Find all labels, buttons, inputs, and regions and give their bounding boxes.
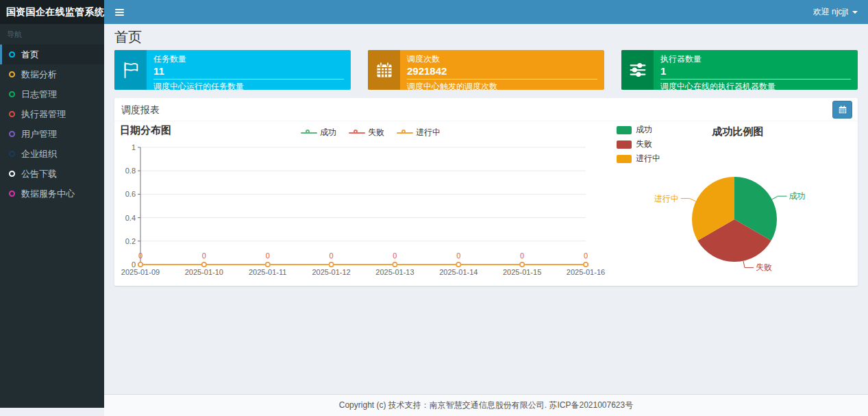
- stat-desc: 调度中心在线的执行器机器数量: [660, 81, 851, 90]
- svg-text:2025-01-13: 2025-01-13: [375, 268, 414, 276]
- charts-area: 日期分布图 成功失败进行中 00.20.40.60.812025-01-0920…: [114, 121, 858, 284]
- svg-text:0: 0: [266, 252, 270, 260]
- stat-body: 调度次数2921842调度中心触发的调度次数: [400, 50, 604, 90]
- legend-item[interactable]: 成功: [617, 124, 660, 136]
- circle-icon: [9, 171, 15, 177]
- circle-icon: [9, 51, 15, 58]
- copyright-text: Copyright (c) 技术支持：南京智慧交通信息股份有限公司. 苏ICP备…: [339, 400, 633, 410]
- sidebar-item-label: 数据分析: [21, 69, 57, 79]
- page-title: 首页: [114, 29, 858, 45]
- legend-label: 失败: [368, 127, 384, 138]
- line-chart: 00.20.40.60.812025-01-092025-01-102025-0…: [120, 139, 620, 280]
- circle-icon: [9, 131, 15, 137]
- sidebar-item-notice-download[interactable]: 公告下载: [0, 164, 104, 184]
- svg-text:0: 0: [584, 252, 588, 260]
- svg-text:1: 1: [132, 143, 136, 151]
- sidebar-item-label: 公告下载: [21, 169, 57, 179]
- stat-label: 执行器数量: [660, 53, 851, 65]
- circle-icon: [9, 151, 15, 157]
- pie-chart: 成功失败进行中: [625, 157, 851, 280]
- sidebar-item-label: 数据服务中心: [21, 188, 75, 199]
- sidebar-item-label: 执行器管理: [21, 109, 66, 119]
- sidebar-item-label: 首页: [21, 49, 39, 60]
- svg-text:0.2: 0.2: [125, 237, 136, 245]
- stat-label: 调度次数: [407, 53, 597, 65]
- line-chart-legend: 成功失败进行中: [301, 127, 441, 138]
- top-navbar: 国资国企在线监管系统 欢迎 njcjjt: [0, 0, 868, 24]
- circle-icon: [9, 91, 15, 97]
- calendar-icon: [838, 105, 847, 114]
- circle-icon: [9, 111, 15, 117]
- main-content: 首页 任务数量11调度中心运行的任务数量调度次数2921842调度中心触发的调度…: [104, 24, 868, 416]
- sidebar-item-home[interactable]: 首页: [0, 45, 104, 64]
- sidebar-item-executor-management[interactable]: 执行器管理: [0, 104, 104, 124]
- sidebar-item-enterprise-org[interactable]: 企业组织: [0, 144, 104, 164]
- svg-text:2025-01-09: 2025-01-09: [121, 268, 160, 276]
- legend-swatch-icon: [617, 126, 632, 134]
- sidebar-item-label: 企业组织: [21, 149, 57, 159]
- legend-label: 失败: [636, 138, 652, 150]
- svg-text:进行中: 进行中: [654, 194, 679, 204]
- stat-value: 2921842: [407, 65, 597, 77]
- stat-divider: [660, 79, 851, 79]
- caret-down-icon: [852, 11, 858, 16]
- svg-text:0.6: 0.6: [125, 190, 136, 198]
- svg-text:失败: 失败: [756, 262, 772, 272]
- legend-label: 成功: [636, 124, 652, 136]
- sidebar-menu: 首页数据分析日志管理执行器管理用户管理企业组织公告下载数据服务中心: [0, 45, 104, 204]
- sidebar-item-user-management[interactable]: 用户管理: [0, 124, 104, 144]
- svg-text:成功: 成功: [789, 191, 806, 201]
- legend-marker-icon: [349, 130, 365, 136]
- legend-label: 进行中: [416, 127, 441, 138]
- flag-icon: [114, 50, 147, 90]
- legend-item[interactable]: 失败: [349, 127, 384, 138]
- legend-item[interactable]: 成功: [301, 127, 336, 138]
- stat-value: 11: [153, 65, 344, 77]
- welcome-label: 欢迎 njcjjt: [813, 6, 848, 18]
- panel-title: 调度报表: [121, 104, 160, 117]
- stat-body: 任务数量11调度中心运行的任务数量: [147, 50, 351, 90]
- svg-text:0: 0: [456, 252, 460, 260]
- svg-text:2025-01-15: 2025-01-15: [503, 268, 541, 276]
- legend-item[interactable]: 失败: [617, 138, 660, 150]
- calendar-icon: [368, 50, 400, 90]
- sidebar-item-data-analysis[interactable]: 数据分析: [0, 64, 104, 84]
- stat-value: 1: [660, 65, 851, 77]
- stat-body: 执行器数量1调度中心在线的执行器机器数量: [654, 50, 858, 90]
- stat-card: 任务数量11调度中心运行的任务数量: [114, 50, 351, 90]
- stat-divider: [407, 79, 597, 79]
- sidebar-item-label: 日志管理: [21, 89, 57, 99]
- user-menu[interactable]: 欢迎 njcjjt: [803, 0, 868, 24]
- svg-text:0: 0: [202, 252, 206, 260]
- sidebar-item-log-management[interactable]: 日志管理: [0, 84, 104, 104]
- svg-text:0: 0: [330, 252, 334, 260]
- stat-desc: 调度中心触发的调度次数: [407, 81, 597, 90]
- legend-label: 成功: [320, 127, 336, 138]
- circle-icon: [9, 71, 15, 77]
- hamburger-icon[interactable]: [104, 0, 135, 24]
- brand-logo[interactable]: 国资国企在线监管系统: [0, 0, 104, 24]
- svg-text:2025-01-14: 2025-01-14: [439, 268, 478, 276]
- sidebar-item-data-service-center[interactable]: 数据服务中心: [0, 184, 104, 204]
- legend-marker-icon: [301, 130, 317, 136]
- date-filter-button[interactable]: [832, 101, 852, 119]
- line-chart-title: 日期分布图: [120, 124, 171, 137]
- stat-card: 调度次数2921842调度中心触发的调度次数: [368, 50, 604, 90]
- footer: Copyright (c) 技术支持：南京智慧交通信息股份有限公司. 苏ICP备…: [104, 394, 868, 416]
- svg-text:2025-01-16: 2025-01-16: [567, 268, 605, 276]
- legend-item[interactable]: 进行中: [397, 127, 441, 138]
- svg-text:2025-01-10: 2025-01-10: [185, 268, 223, 276]
- svg-text:0: 0: [520, 252, 524, 260]
- dispatch-report-panel: 调度报表 日期分布图 成功失败进行中 00.20.40.60.812025-01…: [114, 98, 858, 286]
- sliders-icon: [621, 50, 654, 90]
- pie-chart-title: 成功比例图: [676, 125, 799, 138]
- svg-text:2025-01-11: 2025-01-11: [249, 268, 286, 276]
- svg-text:0: 0: [138, 252, 142, 260]
- sidebar-nav-header: 导航: [0, 24, 104, 45]
- sidebar-item-label: 用户管理: [21, 129, 57, 139]
- legend-swatch-icon: [617, 140, 632, 149]
- stat-card: 执行器数量1调度中心在线的执行器机器数量: [621, 50, 858, 90]
- panel-header: 调度报表: [114, 98, 858, 121]
- svg-text:0.4: 0.4: [125, 214, 136, 222]
- legend-marker-icon: [397, 130, 413, 136]
